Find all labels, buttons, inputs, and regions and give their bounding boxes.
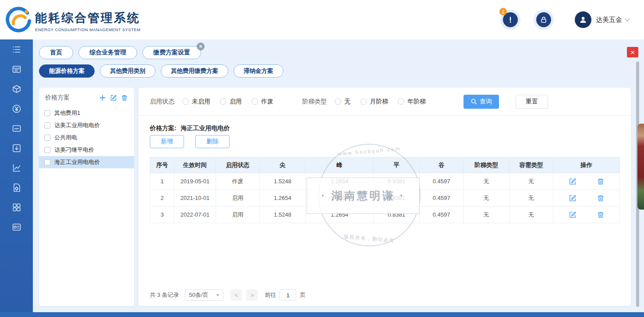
table-row: 2 2021-10-01 启用 1.2654 1.2654 0.8381 0.4… <box>150 190 620 207</box>
plan-item-other-fee-1[interactable]: 其他费用1 <box>39 107 134 119</box>
currency-icon[interactable] <box>0 99 33 118</box>
search-button-label: 查询 <box>480 98 492 106</box>
radio-icon <box>398 98 404 105</box>
radio-label: 无 <box>344 98 350 106</box>
edit-row-icon[interactable] <box>569 178 577 185</box>
plan-item-public-power[interactable]: 公共用电 <box>39 132 134 144</box>
cell-seq: 2 <box>150 190 174 207</box>
notification-badge: 2 <box>499 8 507 15</box>
reset-button[interactable]: 重置 <box>516 95 548 109</box>
plan-checkbox[interactable] <box>44 110 50 116</box>
page-size-select[interactable]: 50条/页 <box>185 289 223 301</box>
cell-ladder-type: 无 <box>464 190 510 207</box>
tab-other-fee-payment-plan-label: 其他费用缴费方案 <box>171 67 218 75</box>
delete-row-icon[interactable] <box>597 211 605 219</box>
user-icon <box>578 15 588 25</box>
add-button[interactable]: 新增 <box>150 135 184 148</box>
dashboard-icon[interactable] <box>0 59 33 79</box>
cell-status: 作废 <box>216 173 260 190</box>
report-icon[interactable] <box>0 118 33 138</box>
breadcrumb-tabs: 首页 综合业务管理 缴费方案设置 × <box>39 46 201 59</box>
add-plan-icon[interactable] <box>99 94 106 101</box>
radio-ladder-none[interactable]: 无 <box>335 98 350 106</box>
cell-flat: 0.8381 <box>374 173 420 190</box>
cell-status: 启用 <box>216 207 260 223</box>
cell-capacity-type: 无 <box>510 190 553 207</box>
next-page-button[interactable]: > <box>246 289 258 301</box>
tab-home[interactable]: 首页 <box>39 46 73 59</box>
radio-ladder-yearly[interactable]: 年阶梯 <box>398 98 426 106</box>
cell-valley: 0.4597 <box>420 190 464 207</box>
edit-row-icon[interactable] <box>569 211 577 219</box>
edit-row-icon[interactable] <box>569 194 577 202</box>
app-logo-icon <box>5 6 32 33</box>
delete-row-icon[interactable] <box>597 194 605 202</box>
delete-plan-icon[interactable] <box>121 94 128 101</box>
tab-late-fee-plan[interactable]: 滞纳金方案 <box>234 64 283 78</box>
cell-sharp: 1.5248 <box>260 207 306 223</box>
radio-ladder-monthly[interactable]: 月阶梯 <box>360 98 388 106</box>
cell-sharp: 1.5248 <box>260 173 306 190</box>
settings-doc-icon[interactable] <box>0 178 33 197</box>
plan-item-haizheng-industrial[interactable]: 海正工业用电电价 <box>39 156 134 168</box>
tab-other-fee-payment-plan[interactable]: 其他费用缴费方案 <box>161 64 228 78</box>
page-size-value: 50条/页 <box>189 291 208 299</box>
col-sharp: 尖 <box>260 157 306 173</box>
plan-item-damei-flat[interactable]: 达美刁继平电价 <box>39 144 134 156</box>
current-plan-label: 价格方案: <box>150 125 177 132</box>
plan-checkbox[interactable] <box>44 135 50 141</box>
radio-label: 年阶梯 <box>407 98 426 106</box>
lock-button[interactable] <box>534 10 554 30</box>
menu-icon[interactable] <box>0 39 33 59</box>
cell-seq: 3 <box>150 207 174 223</box>
edit-plan-icon[interactable] <box>110 94 117 101</box>
radio-status-not-enabled[interactable]: 未启用 <box>182 98 210 106</box>
col-effective-date: 生效时间 <box>174 157 216 173</box>
plan-checkbox[interactable] <box>44 159 50 165</box>
cell-sharp: 1.2654 <box>260 190 306 207</box>
goto-page-input[interactable] <box>280 289 296 301</box>
total-records: 共 3 条记录 <box>150 291 179 299</box>
apps-icon[interactable] <box>0 197 33 217</box>
radio-status-enabled[interactable]: 启用 <box>220 98 242 106</box>
delete-button[interactable]: 删除 <box>195 135 230 148</box>
radio-label: 未启用 <box>192 98 210 106</box>
radio-icon <box>360 98 367 105</box>
cell-effective-date: 2019-05-01 <box>174 173 216 190</box>
tab-energy-price-plan[interactable]: 能源价格方案 <box>39 64 95 78</box>
table-row: 3 2022-07-01 启用 1.5248 1.2654 0.8381 0.4… <box>150 207 620 223</box>
price-plan-panel: 价格方案 其他费用1 <box>39 88 134 306</box>
tab-close-icon[interactable]: × <box>197 43 205 50</box>
service-mascot[interactable] <box>637 124 644 210</box>
delete-row-icon[interactable] <box>597 178 605 185</box>
package-icon[interactable] <box>0 79 33 99</box>
plan-item-damei-industrial[interactable]: 达美工业用电电价 <box>39 119 134 132</box>
import-icon[interactable] <box>0 138 33 158</box>
current-plan-value: 海正工业用电电价 <box>181 125 230 132</box>
plan-checkbox[interactable] <box>44 122 50 128</box>
pagination: 共 3 条记录 50条/页 < > 前往 页 <box>150 289 305 301</box>
plan-item-label: 达美刁继平电价 <box>54 146 94 154</box>
plan-item-label: 其他费用1 <box>54 109 80 117</box>
plan-item-label: 海正工业用电电价 <box>54 158 100 166</box>
current-plan-line: 价格方案: 海正工业用电电价 <box>150 125 230 132</box>
tab-business-management[interactable]: 综合业务管理 <box>78 46 137 59</box>
tab-payment-plan-settings[interactable]: 缴费方案设置 × <box>142 46 201 59</box>
notification-button[interactable]: 2 <box>500 10 520 30</box>
close-page-button[interactable]: × <box>627 47 638 57</box>
plan-checkbox[interactable] <box>44 147 50 153</box>
tab-other-fee-category[interactable]: 其他费用类别 <box>100 64 156 78</box>
chart-icon[interactable] <box>0 158 33 178</box>
cell-ladder-type: 无 <box>464 207 510 223</box>
radio-status-voided[interactable]: 作废 <box>251 98 273 106</box>
cell-effective-date: 2021-10-01 <box>174 190 216 207</box>
search-button[interactable]: 查询 <box>464 95 499 109</box>
cell-capacity-type: 无 <box>510 173 553 190</box>
plan-item-label: 公共用电 <box>54 134 77 142</box>
status-filter-label: 启用状态 <box>150 98 174 106</box>
table-header-row: 序号 生效时间 启用状态 尖 峰 平 谷 阶梯类型 容需类型 操作 <box>150 157 620 173</box>
user-menu[interactable]: 达美五金 <box>575 11 629 28</box>
prev-page-button[interactable]: < <box>230 289 242 301</box>
ladder-filter-label: 阶梯类型 <box>302 98 327 106</box>
meter-icon[interactable] <box>0 217 33 237</box>
